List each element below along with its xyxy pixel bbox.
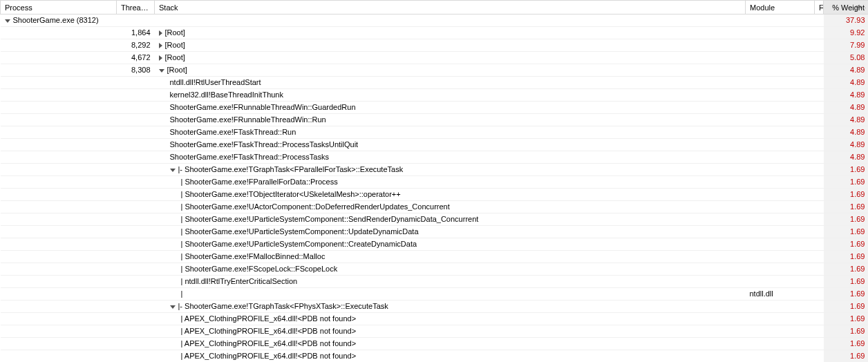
cell-weight: 1.69 [824, 238, 869, 251]
cell-process [1, 350, 117, 363]
stack-frame: | APEX_ClothingPROFILE_x64.dll!<PDB not … [181, 314, 357, 323]
table-row[interactable]: 4,672[Root]5.08 [1, 52, 869, 64]
collapse-icon[interactable] [5, 19, 10, 23]
cell-stack: ShooterGame.exe!FTaskThread::ProcessTask… [155, 139, 746, 151]
table-row[interactable]: ShooterGame.exe!FTaskThread::ProcessTask… [1, 139, 869, 151]
stack-frame: [Root] [165, 28, 185, 37]
cell-thread-id [117, 151, 155, 164]
cell-f [815, 350, 824, 363]
cell-stack: | ShooterGame.exe!UParticleSystemCompone… [155, 238, 746, 251]
table-row[interactable]: | ShooterGame.exe!FParallelForData::Proc… [1, 176, 869, 189]
table-row[interactable]: | APEX_ClothingPROFILE_x64.dll!<PDB not … [1, 350, 869, 363]
table-row[interactable]: 1,864[Root]9.92 [1, 27, 869, 39]
cell-module [746, 15, 815, 27]
cell-module [746, 263, 815, 276]
table-row[interactable]: | ntdll.dll!RtlTryEnterCriticalSection1.… [1, 276, 869, 288]
table-row[interactable]: | APEX_ClothingPROFILE_x64.dll!<PDB not … [1, 325, 869, 338]
col-header-process[interactable]: Process [1, 1, 117, 15]
cell-module [746, 226, 815, 238]
cell-weight: 37.93 [824, 15, 869, 27]
cell-thread-id [117, 238, 155, 251]
stack-frame: [Root] [165, 53, 185, 61]
stack-frame: kernel32.dll!BaseThreadInitThunk [170, 90, 283, 99]
cell-weight: 1.69 [824, 301, 869, 313]
cell-process [1, 139, 117, 151]
table-row[interactable]: | APEX_ClothingPROFILE_x64.dll!<PDB not … [1, 338, 869, 350]
table-row[interactable]: |- ShooterGame.exe!TGraphTask<FPhysXTask… [1, 301, 869, 313]
cell-thread-id [117, 251, 155, 263]
cell-stack: | APEX_ClothingPROFILE_x64.dll!<PDB not … [155, 350, 746, 363]
col-header-thread[interactable]: Thread ID [117, 1, 155, 15]
table-row[interactable]: 8,292[Root]7.99 [1, 39, 869, 52]
cell-thread-id [117, 325, 155, 338]
collapse-icon[interactable] [170, 305, 176, 309]
table-row[interactable]: ShooterGame.exe (8312)37.93 [1, 15, 869, 27]
table-row[interactable]: | APEX_ClothingPROFILE_x64.dll!<PDB not … [1, 313, 869, 325]
expand-icon[interactable] [159, 55, 162, 61]
table-row[interactable]: kernel32.dll!BaseThreadInitThunk4.89 [1, 89, 869, 102]
cell-module [746, 126, 815, 139]
cell-thread-id [117, 263, 155, 276]
table-row[interactable]: ShooterGame.exe!FTaskThread::Run4.89 [1, 126, 869, 139]
cell-module [746, 139, 815, 151]
table-row[interactable]: | ShooterGame.exe!UParticleSystemCompone… [1, 238, 869, 251]
table-row[interactable]: | ShooterGame.exe!FMallocBinned::Malloc1… [1, 251, 869, 263]
cell-f [815, 313, 824, 325]
weight-value: 1.69 [850, 215, 865, 223]
cell-process [1, 39, 117, 52]
cell-process [1, 301, 117, 313]
table-row[interactable]: | ShooterGame.exe!FScopeLock::FScopeLock… [1, 263, 869, 276]
collapse-icon[interactable] [170, 169, 176, 172]
cell-module [746, 213, 815, 226]
cell-stack: [Root] [155, 27, 746, 39]
table-row[interactable]: |- ShooterGame.exe!TGraphTask<FParallelF… [1, 164, 869, 176]
cell-thread-id [117, 213, 155, 226]
cell-stack: | [155, 288, 746, 301]
col-header-weight[interactable]: % Weight su... [824, 1, 869, 15]
cell-weight: 1.69 [824, 338, 869, 350]
table-row[interactable]: | ShooterGame.exe!TObjectIterator<USkele… [1, 189, 869, 201]
stack-frame: | APEX_ClothingPROFILE_x64.dll!<PDB not … [181, 352, 357, 360]
cell-module [746, 313, 815, 325]
cell-weight: 4.89 [824, 89, 869, 102]
col-header-stack[interactable]: Stack [155, 1, 746, 15]
process-name: ShooterGame.exe (8312) [13, 16, 99, 24]
col-header-module[interactable]: Module [746, 1, 815, 15]
cell-process [1, 288, 117, 301]
table-row[interactable]: | ShooterGame.exe!UActorComponent::DoDef… [1, 201, 869, 213]
table-row[interactable]: 8,308[Root]4.89 [1, 64, 869, 77]
expand-icon[interactable] [159, 43, 162, 48]
collapse-icon[interactable] [159, 69, 164, 73]
cell-module [746, 238, 815, 251]
table-row[interactable]: | ShooterGame.exe!UParticleSystemCompone… [1, 226, 869, 238]
cell-process [1, 151, 117, 164]
cell-thread-id [117, 288, 155, 301]
expand-icon[interactable] [159, 30, 162, 36]
table-row[interactable]: |ntdll.dll1.69 [1, 288, 869, 301]
weight-value: 4.89 [850, 90, 865, 99]
table-row[interactable]: ShooterGame.exe!FRunnableThreadWin::Guar… [1, 102, 869, 114]
cell-thread-id [117, 114, 155, 126]
table-row[interactable]: ntdll.dll!RtlUserThreadStart4.89 [1, 77, 869, 89]
cell-weight: 1.69 [824, 325, 869, 338]
cell-module [746, 52, 815, 64]
stack-frame: ShooterGame.exe!FRunnableThreadWin::Run [170, 115, 326, 124]
weight-value: 7.99 [850, 41, 865, 49]
cell-thread-id [117, 89, 155, 102]
cell-module [746, 27, 815, 39]
weight-value: 1.69 [850, 277, 865, 285]
col-header-f[interactable]: F [815, 1, 824, 15]
cell-stack: | ShooterGame.exe!TObjectIterator<USkele… [155, 189, 746, 201]
cell-thread-id [117, 301, 155, 313]
cell-stack: |- ShooterGame.exe!TGraphTask<FPhysXTask… [155, 301, 746, 313]
table-row[interactable]: ShooterGame.exe!FRunnableThreadWin::Run4… [1, 114, 869, 126]
table-row[interactable]: | ShooterGame.exe!UParticleSystemCompone… [1, 213, 869, 226]
cell-f [815, 89, 824, 102]
cell-process [1, 27, 117, 39]
cell-f [815, 27, 824, 39]
cell-module [746, 64, 815, 77]
cell-thread-id [117, 313, 155, 325]
stack-frame: ShooterGame.exe!FRunnableThreadWin::Guar… [170, 103, 356, 111]
cell-stack: | ShooterGame.exe!FMallocBinned::Malloc [155, 251, 746, 263]
table-row[interactable]: ShooterGame.exe!FTaskThread::ProcessTask… [1, 151, 869, 164]
